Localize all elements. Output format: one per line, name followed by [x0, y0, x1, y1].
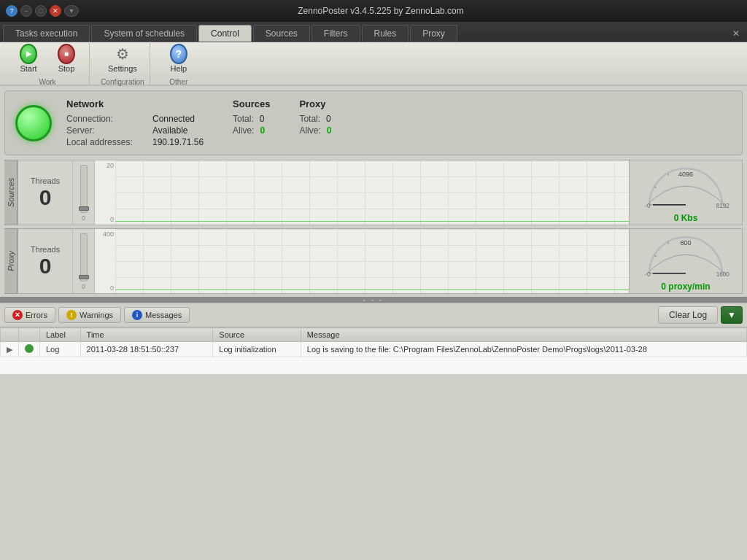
tab-system-of-schedules[interactable]: System of schedules: [91, 25, 197, 42]
clear-log-button[interactable]: Clear Log: [658, 306, 718, 324]
proxy-scale-bot: 0: [96, 284, 114, 292]
log-row[interactable]: ▶ Log 2011-03-28 18:51:50::237 Log initi…: [1, 342, 747, 357]
title-bar: ? – □ ✕ ▼ ZennoPoster v3.4.5.225 by Zenn…: [0, 0, 747, 22]
col-expand: [1, 328, 19, 342]
help-title-btn[interactable]: ?: [6, 5, 18, 17]
sources-panel-body: Threads 0 0 20 0: [18, 160, 743, 225]
svg-text:800: 800: [680, 239, 691, 246]
proxy-total-val: 0: [326, 114, 331, 124]
help-button[interactable]: ? Help: [160, 42, 197, 77]
tab-bar: Tasks execution System of schedules Cont…: [0, 22, 747, 42]
messages-button[interactable]: i Messages: [124, 307, 190, 323]
proxy-chart-line: [115, 289, 629, 290]
configuration-group-label: Configuration: [101, 78, 144, 86]
tab-sources[interactable]: Sources: [253, 25, 310, 42]
sources-slider-thumb: [79, 206, 89, 211]
messages-label: Messages: [145, 311, 182, 319]
errors-button[interactable]: ✕ Errors: [4, 307, 55, 323]
warnings-button[interactable]: ! Warnings: [58, 307, 121, 323]
warnings-label: Warnings: [80, 311, 113, 319]
tab-close-icon[interactable]: ✕: [728, 26, 744, 42]
tab-filters[interactable]: Filters: [311, 25, 360, 42]
help-label: Help: [170, 64, 187, 73]
maximize-btn[interactable]: □: [35, 5, 47, 17]
toolbar: Start Stop Work ⚙ Settings: [0, 42, 747, 86]
settings-icon: ⚙: [114, 44, 131, 64]
close-btn[interactable]: ✕: [50, 5, 61, 17]
other-group: ? Help Other: [156, 42, 201, 86]
tab-tasks-execution[interactable]: Tasks execution: [3, 25, 90, 42]
sources-chart-line: [115, 221, 629, 222]
minimize-btn[interactable]: –: [20, 5, 32, 17]
settings-label: Settings: [108, 64, 137, 73]
sources-total-key: Total:: [233, 114, 254, 124]
row-source: Log initialization: [213, 342, 301, 357]
sources-slider[interactable]: [80, 165, 88, 213]
scale-bot: 0: [96, 216, 114, 223]
log-table: Label Time Source Message ▶ Log 2011-03-…: [0, 327, 747, 357]
proxy-gauge-value: 0 proxy/min: [661, 281, 710, 292]
errors-label: Errors: [26, 311, 47, 319]
tab-control[interactable]: Control: [198, 25, 252, 42]
log-status-icon: [25, 344, 34, 353]
proxy-gauge-svg: 800 0 1600: [635, 230, 737, 280]
proxy-alive-val: 0: [327, 125, 332, 136]
errors-icon: ✕: [12, 310, 23, 320]
proxy-title: Proxy: [299, 98, 331, 109]
sources-panel: Sources Threads 0 0 20 0: [4, 160, 743, 225]
status-panel: Network Connection: Connected Server: Av…: [4, 90, 743, 155]
sources-gauge: 4096 0 8192 0 Kbs: [629, 160, 742, 225]
proxy-panel-body: Threads 0 0 400 0: [18, 228, 743, 294]
sources-threads-col: Threads 0: [18, 160, 73, 225]
log-table-container: Label Time Source Message ▶ Log 2011-03-…: [0, 327, 747, 374]
sources-alive-key: Alive:: [233, 125, 254, 136]
proxy-section: Proxy Total: 0 Alive: 0: [299, 98, 331, 147]
row-expand[interactable]: ▶: [1, 342, 19, 357]
proxy-chart: 400 0: [95, 229, 629, 293]
svg-text:1600: 1600: [716, 271, 730, 278]
menu-btn[interactable]: ▼: [64, 5, 79, 17]
proxy-slider[interactable]: [80, 233, 88, 281]
stop-button[interactable]: Stop: [48, 42, 85, 77]
local-key: Local addresses:: [66, 137, 147, 147]
col-message: Message: [301, 328, 746, 342]
start-button[interactable]: Start: [10, 42, 47, 77]
status-indicator: [15, 105, 52, 141]
svg-text:8192: 8192: [716, 203, 730, 209]
col-time: Time: [80, 328, 213, 342]
main-content: Start Stop Work ⚙ Settings: [0, 42, 747, 560]
row-message: Log is saving to the file: C:\Program Fi…: [301, 342, 746, 357]
download-log-button[interactable]: ▼: [721, 306, 743, 324]
col-label: Label: [40, 328, 81, 342]
warnings-icon: !: [66, 310, 77, 320]
row-label: Log: [40, 342, 81, 357]
network-title: Network: [66, 98, 204, 109]
scale-top: 20: [96, 162, 114, 169]
proxy-threads-col: Threads 0: [18, 229, 73, 293]
sources-gauge-value: 0 Kbs: [674, 213, 698, 223]
row-indicator: [19, 342, 40, 357]
tab-rules[interactable]: Rules: [362, 25, 409, 42]
other-group-label: Other: [169, 78, 187, 86]
proxy-slider-col: 0: [73, 229, 95, 293]
divider-dots: • • •: [363, 297, 384, 303]
sources-section: Sources Total: 0 Alive: 0: [233, 98, 270, 147]
sources-slider-val: 0: [82, 214, 85, 222]
sources-threads-value: 0: [39, 187, 52, 209]
settings-button[interactable]: ⚙ Settings: [100, 42, 145, 77]
proxy-alive-key: Alive:: [299, 125, 320, 136]
stop-icon: [58, 44, 75, 64]
col-source: Source: [213, 328, 301, 342]
sources-threads-label: Threads: [31, 176, 60, 185]
start-icon: [20, 44, 37, 64]
connection-val: Connected: [152, 114, 195, 124]
log-divider[interactable]: • • •: [0, 297, 747, 303]
network-section: Network Connection: Connected Server: Av…: [66, 98, 204, 147]
proxy-slider-val: 0: [82, 283, 85, 290]
tab-proxy[interactable]: Proxy: [410, 25, 457, 42]
server-key: Server:: [66, 125, 147, 136]
log-toolbar: ✕ Errors ! Warnings i Messages Clear Log…: [0, 303, 747, 327]
start-label: Start: [20, 64, 36, 73]
sources-gauge-svg: 4096 0 8192: [635, 162, 737, 211]
sources-total-val: 0: [260, 114, 265, 124]
